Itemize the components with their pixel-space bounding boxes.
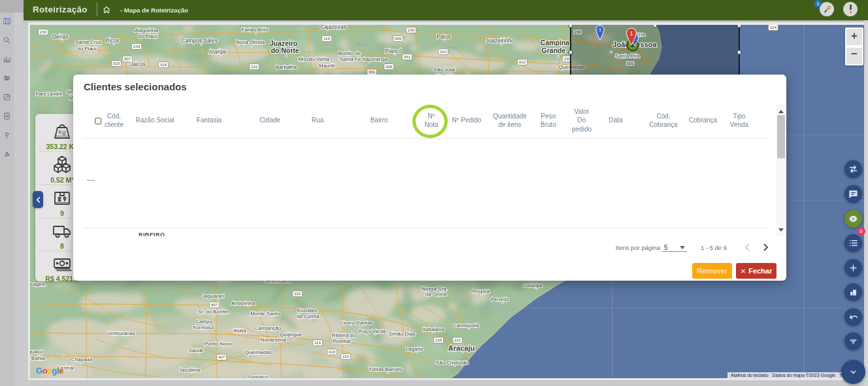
svg-text:Jaicós: Jaicós <box>130 61 146 67</box>
svg-text:da Glória: da Glória <box>426 291 447 297</box>
svg-text:Araripe: Araripe <box>209 48 227 55</box>
svg-text:São Cristóvão: São Cristóvão <box>436 360 469 366</box>
svg-text:426: 426 <box>395 36 402 41</box>
svg-text:361: 361 <box>404 54 411 59</box>
svg-text:Oeiras: Oeiras <box>52 33 68 40</box>
svg-text:235: 235 <box>435 338 442 342</box>
svg-text:116: 116 <box>294 291 301 296</box>
svg-text:Patos: Patos <box>437 33 451 40</box>
svg-text:Paes Landim: Paes Landim <box>36 92 63 96</box>
svg-text:Santa Cruz: Santa Cruz <box>75 39 101 45</box>
svg-text:São José: São José <box>433 67 456 73</box>
svg-text:Alagoinha: Alagoinha <box>135 27 158 33</box>
svg-text:407: 407 <box>218 355 225 359</box>
svg-text:230: 230 <box>133 44 141 48</box>
svg-text:407: 407 <box>211 302 218 307</box>
svg-text:Aracaju: Aracaju <box>448 344 475 352</box>
svg-text:Nordestina: Nordestina <box>261 337 286 343</box>
svg-text:Campina: Campina <box>541 39 570 46</box>
svg-text:Tobias Barreto: Tobias Barreto <box>369 366 403 372</box>
svg-text:Kg: Kg <box>58 129 65 135</box>
svg-text:Grande: Grande <box>542 46 566 54</box>
svg-text:Andorinha: Andorinha <box>231 300 256 306</box>
svg-text:Propriá: Propriá <box>473 289 490 294</box>
svg-text:Ponto Novo: Ponto Novo <box>205 341 232 347</box>
svg-text:Sr. do Bonfim: Sr. do Bonfim <box>198 309 229 315</box>
svg-text:Jaguarari: Jaguarari <box>202 293 224 299</box>
svg-text:aguaçu: aguaçu <box>30 349 42 355</box>
svg-text:Queimadas: Queimadas <box>245 349 272 355</box>
svg-text:316: 316 <box>160 62 167 67</box>
svg-text:Cicero Dantas: Cicero Dantas <box>340 320 373 326</box>
svg-text:Campos Sales: Campos Sales <box>181 37 217 44</box>
svg-text:110: 110 <box>342 354 349 359</box>
svg-text:Formoso: Formoso <box>193 325 214 330</box>
svg-text:Simão Dias: Simão Dias <box>389 331 416 337</box>
svg-text:do Piauí: do Piauí <box>77 46 97 52</box>
svg-text:Monte Santo: Monte Santo <box>250 311 280 317</box>
svg-text:Missão Velha: Missão Velha <box>298 56 329 62</box>
svg-text:Penedo: Penedo <box>491 296 509 302</box>
svg-text:110: 110 <box>440 49 446 54</box>
svg-text:Nova Olinda: Nova Olinda <box>236 39 265 45</box>
svg-text:Picos: Picos <box>106 37 120 44</box>
svg-text:Pombal: Pombal <box>333 338 350 344</box>
svg-text:361: 361 <box>369 69 376 74</box>
svg-text:Saúde: Saúde <box>188 347 204 353</box>
svg-text:Cansanção: Cansanção <box>255 325 282 331</box>
svg-text:412: 412 <box>519 60 526 64</box>
svg-text:da Cunha: da Cunha <box>297 313 320 319</box>
svg-text:104: 104 <box>770 25 777 29</box>
svg-text:do Piauí: do Piauí <box>138 33 158 39</box>
svg-text:Bonito de: Bonito de <box>339 50 361 56</box>
svg-text:a Bahia: a Bahia <box>30 355 45 361</box>
svg-text:Coruripe: Coruripe <box>523 283 543 289</box>
svg-text:Itaporanga: Itaporanga <box>363 56 388 62</box>
svg-text:122: 122 <box>251 64 258 69</box>
svg-text:116: 116 <box>314 340 321 345</box>
svg-text:Mauriti: Mauriti <box>319 63 335 69</box>
svg-text:Jacobina: Jacobina <box>179 367 201 373</box>
svg-text:Chapada: Chapada <box>71 357 93 362</box>
svg-text:Euclides: Euclides <box>297 307 317 313</box>
svg-text:Santa Fé: Santa Fé <box>340 56 361 62</box>
svg-text:Ribeira do: Ribeira do <box>332 332 356 338</box>
svg-text:Umburanas: Umburanas <box>108 330 135 336</box>
svg-text:Itiúba: Itiúba <box>233 328 246 334</box>
svg-text:230: 230 <box>40 29 47 34</box>
svg-text:Cajazeiras: Cajazeiras <box>320 25 346 30</box>
svg-text:Carmópolis: Carmópolis <box>453 323 479 328</box>
svg-text:Santa Rita: Santa Rita <box>615 53 640 59</box>
svg-text:116: 116 <box>324 36 330 41</box>
svg-text:1: 1 <box>629 30 633 37</box>
svg-text:426: 426 <box>386 64 393 69</box>
svg-text:101: 101 <box>454 338 461 342</box>
svg-text:Campo: Campo <box>195 319 212 325</box>
svg-text:Farias Brito: Farias Brito <box>242 27 269 33</box>
svg-text:Juazeirinho: Juazeirinho <box>486 37 514 44</box>
svg-text:410: 410 <box>329 349 336 354</box>
svg-text:Piancó: Piancó <box>385 48 402 54</box>
svg-text:1: 1 <box>599 27 601 33</box>
svg-text:Poço Verde: Poço Verde <box>359 328 386 334</box>
svg-text:do Norte: do Norte <box>271 46 299 54</box>
svg-text:020: 020 <box>113 61 120 65</box>
svg-text:230: 230 <box>408 27 415 32</box>
svg-text:Santaluz: Santaluz <box>248 374 268 378</box>
svg-text:Lagarto: Lagarto <box>405 346 424 352</box>
svg-text:Barbalha: Barbalha <box>276 64 297 70</box>
svg-text:Itabaiana: Itabaiana <box>423 326 444 332</box>
